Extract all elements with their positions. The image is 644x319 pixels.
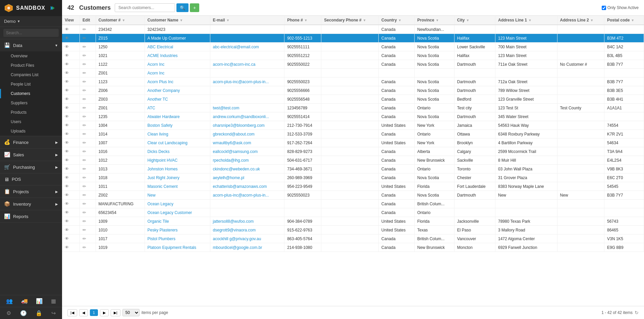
customer-name-link[interactable]: Acorn Inc [148,62,165,67]
customer-name-link[interactable]: ABC Electrical [148,45,173,49]
sidebar-item-products[interactable]: Products [0,108,62,117]
sidebar-item-people-list[interactable]: People List [0,79,62,89]
grid-icon[interactable]: ▦ [51,298,56,304]
customer-name-link[interactable]: ATC [148,106,155,110]
edit-icon[interactable]: ✏ [83,114,86,119]
customer-email-link[interactable]: rpecholda@ihg.com [213,158,249,163]
prev-page-button[interactable]: ◀ [79,309,88,316]
search-input[interactable] [115,3,175,12]
customer-name-link[interactable]: Another Company [148,88,180,93]
edit-icon[interactable]: ✏ [83,79,86,84]
view-icon[interactable]: 👁 [65,184,69,189]
sidebar-section-projects-header[interactable]: 📋 Projects ▶ [0,185,62,198]
sidebar-user[interactable]: Demo ▼ [0,16,62,27]
customer-email-link[interactable]: acorn-plus-inc@acorn-plus-in... [213,193,269,198]
sidebar-item-suppliers[interactable]: Suppliers [0,98,62,108]
view-icon[interactable]: 👁 [65,193,69,198]
customer-name-link[interactable]: A Made Up Customer [148,36,186,41]
customer-email-link[interactable]: acockhill g@privacy.gov.au [213,236,261,241]
sidebar-section-finance-header[interactable]: 💰 Finance ▶ [0,136,62,148]
customer-email-link[interactable]: ckindonc@webeden.co.uk [213,167,260,171]
view-icon[interactable]: 👁 [65,36,69,41]
per-page-select[interactable]: 50 25 100 [122,309,140,316]
customer-email-link[interactable]: abc-electrical@email.com [213,45,259,49]
show-active-checkbox[interactable] [602,6,606,10]
edit-icon[interactable]: ✏ [83,97,86,102]
view-icon[interactable]: 👁 [65,44,69,49]
view-icon[interactable]: 👁 [65,236,69,241]
sidebar-section-reports-header[interactable]: 📊 Reports [0,210,62,222]
people-icon[interactable]: 👥 [6,298,13,304]
customer-name-link[interactable]: Ocean Legacy Customer [148,210,192,215]
customer-name-link[interactable]: Ocean Legacy [148,202,173,206]
customer-name-link[interactable]: Dicks Decks [148,149,170,154]
edit-icon[interactable]: ✏ [83,149,86,154]
view-icon[interactable]: 👁 [65,70,69,75]
customer-name-link[interactable]: Another TC [148,97,168,102]
sidebar-section-inventory-header[interactable]: 📦 Inventory ▶ [0,198,62,210]
customer-email-link[interactable]: andrew.corkum@sandboxonli... [213,114,269,119]
view-icon[interactable]: 👁 [65,140,69,145]
edit-icon[interactable]: ✏ [83,210,86,215]
customer-name-link[interactable]: Acorn Inc [148,71,165,75]
customer-name-link[interactable]: Boston Safety [148,123,173,128]
view-icon[interactable]: 👁 [65,227,69,232]
customer-name-link[interactable]: Hightpoint HVAC [148,158,178,163]
customer-email-link[interactable]: mbourdicel@google.com.br [213,245,262,250]
customer-name-link[interactable]: Acorn Plus Inc [148,79,173,84]
customer-name-link[interactable]: Clear cut Landscaping [148,141,187,145]
edit-icon[interactable]: ✏ [83,36,86,41]
sidebar-section-pos-header[interactable]: 🖥 POS [0,173,62,185]
view-icon[interactable]: 👁 [65,245,69,250]
add-button[interactable]: + [190,3,199,12]
customer-email-link[interactable]: acorn-plus-inc@acorn-plus-in... [213,79,269,84]
edit-icon[interactable]: ✏ [83,88,86,93]
edit-icon[interactable]: ✏ [83,158,86,163]
lock-icon[interactable]: 🔒 [36,310,42,316]
filter-province-icon[interactable]: ▼ [436,18,439,22]
customer-name-link[interactable]: Organic Tile [148,219,169,224]
customer-name-link[interactable]: Masonic Cement [148,184,178,189]
view-icon[interactable]: 👁 [65,79,69,84]
edit-icon[interactable]: ✏ [83,236,86,241]
filter-sec-phone-icon[interactable]: ▼ [363,18,366,22]
view-icon[interactable]: 👁 [65,88,69,93]
customer-name-link[interactable]: New [148,193,156,198]
view-icon[interactable]: 👁 [65,123,69,128]
truck-icon[interactable]: 🚚 [21,298,28,304]
edit-icon[interactable]: ✏ [83,193,86,198]
view-icon[interactable]: 👁 [65,62,69,67]
customer-name-link[interactable]: Johnston Homes [148,167,178,171]
customer-name-link[interactable]: Just Right Joinery [148,175,179,180]
customer-name-link[interactable]: Atwater Hardware [148,114,180,119]
sidebar-item-overview[interactable]: Overview [0,51,62,61]
customer-email-link[interactable]: aeytelh@home.pl [213,175,245,180]
last-page-button[interactable]: ▶| [111,309,120,316]
edit-icon[interactable]: ✏ [83,105,86,110]
next-page-button[interactable]: ▶ [100,309,109,316]
view-icon[interactable]: 👁 [65,158,69,163]
customer-name-link[interactable]: Pesky Plasterers [148,228,178,232]
sidebar-item-users[interactable]: Users [0,117,62,126]
logout-icon[interactable]: ↪ [51,310,56,316]
edit-icon[interactable]: ✏ [83,70,86,75]
sidebar-search-input[interactable] [3,29,59,37]
filter-addr2-icon[interactable]: ▼ [590,18,594,22]
customer-name-link[interactable]: Pistol Plumbers [148,236,175,241]
first-page-button[interactable]: |◀ [67,309,77,316]
sidebar-section-data-header[interactable]: 💾 Data ▼ [0,39,62,51]
edit-icon[interactable]: ✏ [83,140,86,145]
view-icon[interactable]: 👁 [65,210,69,215]
customer-email-link[interactable]: gbreckond@about.com [213,132,255,137]
edit-icon[interactable]: ✏ [83,62,86,67]
edit-icon[interactable]: ✏ [83,175,86,180]
edit-icon[interactable]: ✏ [83,123,86,128]
view-icon[interactable]: 👁 [65,149,69,154]
customer-email-link[interactable]: eallcockf@samsung.com [213,149,258,154]
customer-email-link[interactable]: twst@test.com [213,106,239,110]
edit-icon[interactable]: ✏ [83,166,86,171]
view-icon[interactable]: 👁 [65,97,69,102]
view-icon[interactable]: 👁 [65,53,69,58]
view-icon[interactable]: 👁 [65,201,69,206]
filter-phone-icon[interactable]: ▼ [304,18,308,22]
